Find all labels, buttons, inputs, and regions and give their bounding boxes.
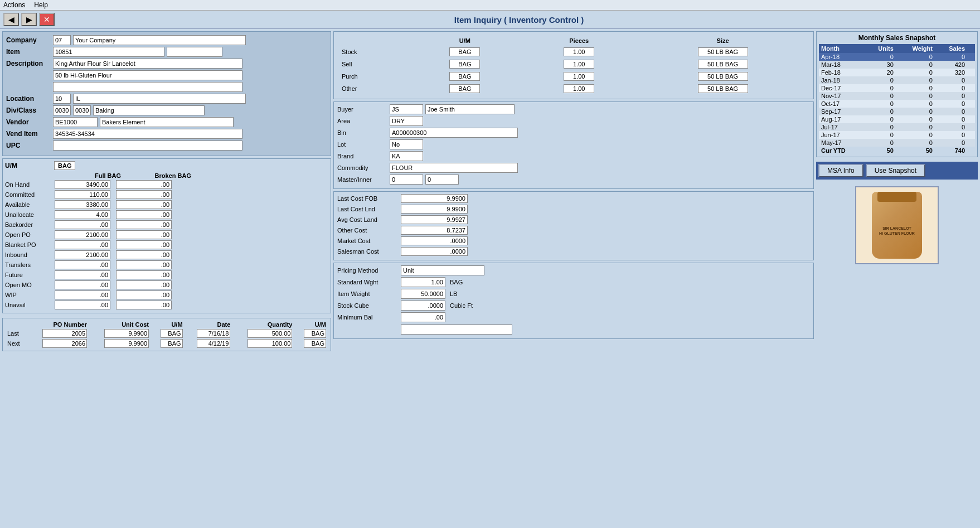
po-col-uom2: U/M [294,321,328,328]
inv-row-broken[interactable] [116,250,172,259]
inv-row-broken[interactable] [116,200,172,209]
divclass-code1[interactable] [53,105,71,115]
divclass-name[interactable] [93,105,205,115]
back-button[interactable]: ◀ [3,13,19,26]
menu-actions[interactable]: Actions [3,1,25,9]
snap-weight: 0 [896,76,935,84]
stdwght-value[interactable] [401,277,445,287]
inv-row-broken[interactable] [116,301,172,309]
description-line1[interactable] [53,59,242,69]
msa-info-button[interactable]: MSA Info [818,164,863,177]
inv-row-broken[interactable] [116,210,172,219]
lastcostlnd-value[interactable] [401,205,468,214]
inv-row-full[interactable] [55,200,110,209]
company-name[interactable] [73,35,246,45]
inv-row-broken[interactable] [116,290,172,299]
inv-row-broken[interactable] [116,270,172,279]
marketcost-value[interactable] [401,236,468,245]
use-snapshot-button[interactable]: Use Snapshot [866,164,925,177]
commodity-value[interactable] [390,163,518,173]
inv-row-full[interactable] [55,290,110,299]
po-next-date[interactable] [197,339,230,348]
inventory-row: Open MO [5,280,328,289]
inv-row-full[interactable] [55,301,110,309]
inv-row-broken[interactable] [116,220,172,229]
company-code[interactable] [53,35,71,45]
master-val1[interactable] [390,175,423,185]
inv-row-label: WIP [5,292,52,298]
inv-row-full[interactable] [55,190,110,199]
venditem-value[interactable] [53,129,242,139]
po-last-uom2[interactable] [304,329,326,338]
uom-grid-row-pieces [522,83,635,94]
close-button[interactable]: ✕ [39,13,55,26]
stockcube-value[interactable] [401,301,445,311]
snap-month: May-17 [819,139,865,147]
inv-row-broken[interactable] [116,260,172,269]
inv-row-full[interactable] [55,220,110,229]
snap-month: Feb-18 [819,69,865,76]
inv-row-full[interactable] [55,270,110,279]
upc-value[interactable] [53,141,242,151]
location-name[interactable] [73,94,246,104]
item-code[interactable] [53,47,164,57]
buyer-code[interactable] [390,104,423,114]
inv-row-full[interactable] [55,230,110,239]
snap-weight: 0 [896,115,935,123]
product-image: SIR LANCELOT Hi GLUTEN FLOUR [855,186,939,264]
lastcostfob-value[interactable] [401,194,468,203]
vendor-code[interactable] [53,117,98,127]
po-next-qty[interactable] [248,339,292,348]
forward-button[interactable]: ▶ [21,13,37,26]
description-line3[interactable] [53,82,242,92]
po-last-qty[interactable] [248,329,292,338]
extra-field[interactable] [401,324,512,335]
snap-weight: 0 [896,108,935,115]
inv-row-full[interactable] [55,210,110,219]
po-next-uom[interactable] [161,339,183,348]
bin-value[interactable] [390,128,518,138]
divclass-code2[interactable] [73,105,91,115]
inv-row-full[interactable] [55,180,110,189]
inventory-section: U/M BAG Full BAG Broken BAG On Hand Comm… [2,158,331,313]
uom-badge: BAG [54,161,75,170]
inv-row-broken[interactable] [116,180,172,189]
snap-month: Jul-17 [819,123,865,131]
pricingmethod-value[interactable] [401,265,484,275]
area-value[interactable] [390,116,423,126]
snap-weight: 0 [896,53,935,61]
po-next-cost[interactable] [104,339,149,348]
item-extra[interactable] [167,47,222,57]
po-next-number[interactable] [42,339,87,348]
itemweight-value[interactable] [401,289,445,299]
inv-row-full[interactable] [55,250,110,259]
inv-row-label: Unallocate [5,211,52,218]
othercost-value[interactable] [401,226,468,235]
po-last-uom[interactable] [161,329,183,338]
inv-row-broken[interactable] [116,230,172,239]
item-info-section: Company Item Description [2,31,331,156]
po-last-cost[interactable] [104,329,149,338]
salesmancost-value[interactable] [401,247,468,256]
po-next-uom2[interactable] [304,339,326,348]
po-last-date[interactable] [197,329,230,338]
vendor-name[interactable] [100,117,234,127]
master-val2[interactable] [425,175,459,185]
brand-value[interactable] [390,151,423,161]
menu-bar: Actions Help [0,0,980,11]
menu-help[interactable]: Help [34,1,48,9]
description-line2[interactable] [53,70,242,80]
minbal-value[interactable] [401,312,445,322]
uom-grid-row-label: Sell [338,59,407,70]
inv-row-full[interactable] [55,240,110,249]
lot-value[interactable] [390,139,423,149]
inv-row-broken[interactable] [116,240,172,249]
inv-row-broken[interactable] [116,280,172,289]
inv-row-broken[interactable] [116,190,172,199]
inv-row-full[interactable] [55,260,110,269]
inv-row-full[interactable] [55,280,110,289]
location-code[interactable] [53,94,71,104]
po-last-number[interactable] [42,329,87,338]
avgcostland-value[interactable] [401,215,468,224]
buyer-name[interactable] [425,104,515,114]
